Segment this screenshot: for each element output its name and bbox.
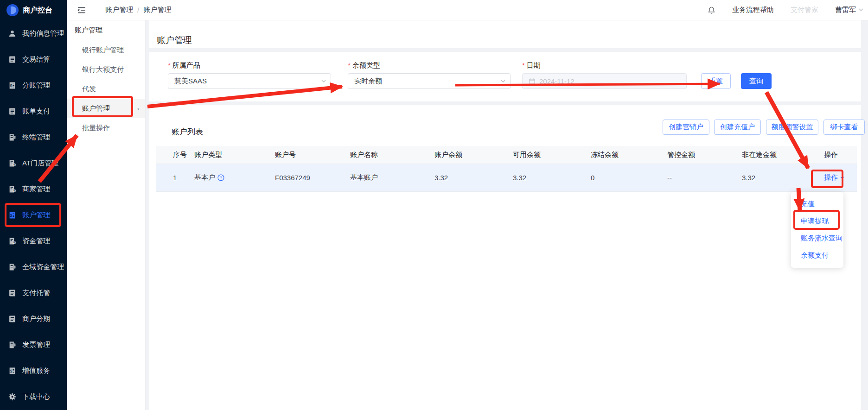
row-action-dropdown: 充值 申请提现 账务流水查询 余额支付 bbox=[791, 192, 843, 268]
svg-text:$: $ bbox=[10, 213, 12, 217]
submenu-item-account-mgmt[interactable]: 账户管理 › bbox=[67, 99, 145, 118]
terminal-icon bbox=[8, 133, 16, 141]
sidebar-item-download-center[interactable]: 下载中心 bbox=[0, 384, 67, 410]
app-logo: 商户控台 bbox=[0, 0, 67, 20]
required-mark: * bbox=[348, 61, 351, 69]
cell-balance: 3.32 bbox=[418, 174, 496, 182]
balance-type-select[interactable]: 实时余额 bbox=[348, 73, 511, 89]
sidebar-item-label: 终端管理 bbox=[22, 133, 50, 142]
sidebar-item-at-store[interactable]: ¥ AT门店管理 bbox=[0, 150, 67, 176]
terminal-icon bbox=[8, 263, 16, 271]
submenu-item-bank-large-pay[interactable]: 银行大额支付 bbox=[67, 60, 145, 79]
help-link[interactable]: 业务流程帮助 bbox=[732, 6, 774, 14]
sidebar-item-label: 商户分期 bbox=[22, 315, 50, 323]
row-action-link[interactable]: 操作 bbox=[824, 173, 844, 182]
column-header-account-name: 账户名称 bbox=[333, 151, 418, 159]
menu-item-recharge[interactable]: 充值 bbox=[791, 196, 843, 213]
cell-control: -- bbox=[651, 174, 725, 182]
list-icon bbox=[8, 315, 16, 323]
required-mark: * bbox=[522, 61, 525, 69]
reset-button[interactable]: 重置 bbox=[701, 73, 731, 89]
dollar-list-icon: $ bbox=[8, 367, 16, 375]
sidebar-item-label: 商家管理 bbox=[22, 185, 50, 194]
date-input[interactable]: 2024-11-12 bbox=[522, 73, 687, 89]
submenu-item-bank-account[interactable]: 银行账户管理 bbox=[67, 40, 145, 60]
chevron-right-icon: › bbox=[137, 105, 139, 112]
sidebar-item-value-added[interactable]: $ 增值服务 bbox=[0, 358, 67, 384]
sidebar-item-label: 账单支付 bbox=[22, 107, 50, 116]
create-marketing-account-button[interactable]: 创建营销户 bbox=[663, 120, 709, 135]
secondary-sidebar: 账户管理 银行账户管理 银行大额支付 代发 账户管理 › 批量操作 bbox=[67, 20, 146, 410]
menu-item-flow-query[interactable]: 账务流水查询 bbox=[791, 230, 843, 247]
sidebar-item-label: 交易结算 bbox=[22, 55, 50, 64]
sidebar-item-account-mgmt[interactable]: $ 账户管理 bbox=[0, 202, 67, 228]
sidebar-item-label: 分账管理 bbox=[22, 81, 50, 90]
cell-account-no: F03367249 bbox=[258, 174, 333, 182]
store-icon: ¥ bbox=[8, 237, 16, 245]
account-list-title: 账户列表 bbox=[172, 126, 203, 137]
sidebar-item-global-funds[interactable]: 全域资金管理 bbox=[0, 254, 67, 280]
user-menu[interactable]: 曹雷军 bbox=[835, 6, 863, 14]
quota-warning-settings-button[interactable]: 额度预警设置 bbox=[766, 120, 818, 135]
create-recharge-account-button[interactable]: 创建充值户 bbox=[714, 120, 761, 135]
terminal-icon bbox=[8, 341, 16, 349]
menu-item-withdraw-request[interactable]: 申请提现 bbox=[791, 213, 843, 230]
card-binding-view-button[interactable]: 绑卡查看 bbox=[823, 120, 865, 135]
chevron-down-icon bbox=[840, 177, 844, 179]
column-header-account-type: 账户类型 bbox=[178, 151, 258, 159]
app-logo-icon bbox=[6, 4, 19, 16]
sidebar-item-bill-pay[interactable]: 账单支付 bbox=[0, 98, 67, 124]
sidebar-item-pay-trusteeship[interactable]: 支付托管 bbox=[0, 280, 67, 306]
collapse-menu-icon[interactable] bbox=[77, 6, 86, 14]
table-header-row: 序号 账户类型 账户号 账户名称 账户余额 可用余额 冻结余额 管控金额 非在途… bbox=[156, 146, 857, 164]
breadcrumb-item[interactable]: 账户管理 bbox=[143, 6, 171, 14]
breadcrumb-item[interactable]: 账户管理 bbox=[105, 6, 133, 14]
date-label: *日期 bbox=[522, 61, 541, 70]
store-icon: ¥ bbox=[8, 159, 16, 167]
topbar: 账户管理 / 账户管理 业务流程帮助 支付管家 曹雷军 bbox=[67, 0, 868, 20]
sidebar-item-invoice-mgmt[interactable]: 发票管理 bbox=[0, 332, 67, 358]
user-name: 曹雷军 bbox=[835, 6, 856, 14]
list-icon bbox=[8, 107, 16, 115]
bell-icon[interactable] bbox=[708, 6, 715, 14]
sidebar-item-label: 我的信息管理 bbox=[22, 29, 64, 38]
cell-account-type: 基本户 ? bbox=[178, 173, 258, 182]
account-list-card: 账户列表 创建营销户 创建充值户 额度预警设置 绑卡查看 序号 账户类型 账户号… bbox=[149, 105, 861, 410]
cell-non-transit: 3.32 bbox=[725, 174, 807, 182]
sidebar-item-terminal[interactable]: 终端管理 bbox=[0, 124, 67, 150]
svg-text:¥: ¥ bbox=[13, 241, 15, 244]
list-icon bbox=[8, 289, 16, 297]
column-header-seq: 序号 bbox=[156, 151, 178, 159]
required-mark: * bbox=[168, 61, 171, 69]
dollar-list-icon: $ bbox=[8, 211, 16, 219]
pay-assistant-link[interactable]: 支付管家 bbox=[791, 6, 818, 14]
sidebar-item-merchant-installment[interactable]: 商户分期 bbox=[0, 306, 67, 332]
product-label: *所属产品 bbox=[168, 61, 200, 70]
balance-type-label: *余额类型 bbox=[348, 61, 380, 70]
submenu-section-account-mgmt[interactable]: 账户管理 bbox=[67, 20, 145, 40]
sidebar-item-trade-settle[interactable]: 交易结算 bbox=[0, 46, 67, 72]
sidebar-item-split-ledger[interactable]: $ 分账管理 bbox=[0, 72, 67, 98]
product-select[interactable]: 慧美SAAS bbox=[168, 73, 331, 89]
svg-text:¥: ¥ bbox=[13, 189, 15, 192]
question-circle-icon[interactable]: ? bbox=[217, 174, 224, 181]
chevron-down-icon bbox=[859, 8, 863, 12]
svg-text:$: $ bbox=[10, 368, 12, 373]
list-icon bbox=[8, 56, 16, 63]
column-header-balance: 账户余额 bbox=[418, 151, 496, 159]
submenu-item-payout[interactable]: 代发 bbox=[67, 79, 145, 99]
menu-item-balance-pay[interactable]: 余额支付 bbox=[791, 247, 843, 264]
sidebar-item-my-info[interactable]: 我的信息管理 bbox=[0, 20, 67, 46]
sidebar-item-label: 发票管理 bbox=[22, 341, 50, 349]
sidebar-item-label: 全域资金管理 bbox=[22, 263, 64, 271]
cell-available: 3.32 bbox=[496, 174, 574, 182]
page-title: 账户管理 bbox=[157, 34, 192, 46]
column-header-available: 可用余额 bbox=[496, 151, 574, 159]
query-button[interactable]: 查询 bbox=[741, 73, 772, 89]
sidebar-item-label: 资金管理 bbox=[22, 237, 50, 246]
submenu-item-batch-ops[interactable]: 批量操作 bbox=[67, 118, 145, 138]
sidebar-item-funds-mgmt[interactable]: ¥ 资金管理 bbox=[0, 228, 67, 254]
sidebar-item-merchant-mgmt[interactable]: ¥ 商家管理 bbox=[0, 176, 67, 202]
column-header-non-transit: 非在途金额 bbox=[725, 151, 807, 159]
svg-text:?: ? bbox=[220, 176, 222, 180]
